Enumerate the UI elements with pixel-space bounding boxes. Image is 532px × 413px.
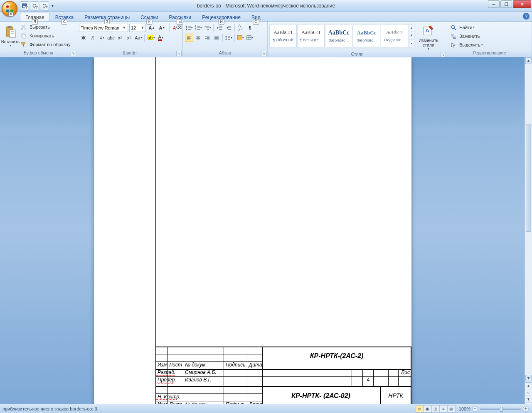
font-size-combo[interactable]: ▾	[129, 24, 146, 32]
bold-button[interactable]: Ж	[79, 34, 88, 42]
subscript-button[interactable]: x2	[116, 34, 124, 42]
maximize-button[interactable]: ❐	[500, 0, 512, 8]
view-outline[interactable]: ≡	[439, 405, 448, 413]
strikethrough-button[interactable]: abc	[107, 34, 115, 42]
tab-insert[interactable]: ВставкаС	[50, 13, 79, 21]
underline-button[interactable]: Ч▾	[98, 34, 106, 42]
tab-home[interactable]: ГлавнаяЯ	[20, 13, 50, 21]
svg-line-65	[454, 28, 456, 30]
window-title: borders-oo - Microsoft Word некоммерческ…	[197, 3, 335, 9]
italic-button[interactable]: К	[89, 34, 97, 42]
view-draft[interactable]: ▤	[447, 405, 456, 413]
prev-page-button[interactable]: ▲	[525, 383, 532, 389]
zoom-slider-knob[interactable]	[500, 407, 503, 412]
tab-page-layout[interactable]: Разметка страницыЗ	[79, 13, 135, 21]
status-text: приблизительное число знаков borders-oo:…	[0, 406, 416, 411]
help-button[interactable]: ?	[523, 13, 530, 20]
svg-text:ac: ac	[453, 36, 456, 39]
svg-point-0	[6, 5, 9, 8]
styles-launcher[interactable]: ↘	[441, 52, 446, 57]
group-paragraph: ▾ 123▾ ▾ AZ↓ ¶ ▾ ▾ ▾ Абз	[183, 22, 268, 57]
paragraph-launcher[interactable]: ↘	[261, 51, 266, 56]
document-area[interactable]: Изм. Лист № докум. Подпись Дата Разраб. …	[0, 57, 532, 404]
align-left-button[interactable]	[185, 34, 193, 42]
borders-button[interactable]: ▾	[246, 34, 254, 42]
qat-customize[interactable]: ▾	[50, 1, 55, 10]
minimize-button[interactable]: ─	[488, 0, 500, 8]
select-button[interactable]	[449, 41, 458, 49]
style-subtitle[interactable]: AaBbCcПодзагол...	[381, 24, 408, 47]
svg-point-64	[451, 25, 455, 29]
justify-button[interactable]	[212, 34, 221, 42]
copy-button[interactable]	[20, 32, 28, 40]
style-no-spacing[interactable]: AaBbCcI¶ Без инте...	[297, 24, 325, 47]
group-editing: Найти▾ abacЗаменить Выделить▾ Редактиров…	[447, 22, 532, 57]
align-right-button[interactable]	[203, 34, 212, 42]
select-browse-object[interactable]: ○	[525, 389, 532, 396]
svg-point-21	[186, 29, 187, 30]
style-heading2[interactable]: AaBbCcЗаголово...	[353, 24, 380, 47]
multilevel-button[interactable]: ▾	[203, 24, 212, 32]
font-launcher[interactable]: ↘	[176, 51, 182, 56]
clear-formatting-button[interactable]: A⌫	[172, 24, 183, 32]
bullets-button[interactable]: ▾	[185, 24, 193, 32]
svg-point-19	[186, 27, 187, 28]
shrink-font-button[interactable]: A▼	[158, 24, 166, 32]
tab-references[interactable]: СсылкиК	[135, 13, 163, 21]
style-heading1[interactable]: AaBbCcЗаголово...	[325, 24, 352, 47]
qat-redo[interactable]: 3	[40, 1, 49, 10]
font-name-combo[interactable]: ▾	[79, 24, 128, 32]
clipboard-launcher[interactable]: ↘	[71, 51, 76, 56]
tab-review[interactable]: РецензированиеИ	[197, 13, 246, 21]
next-page-button[interactable]: ▼	[525, 396, 532, 403]
cut-button[interactable]	[20, 23, 28, 31]
scrollbar-thumb[interactable]	[526, 124, 531, 232]
align-center-button[interactable]	[194, 34, 202, 42]
view-print-layout[interactable]: ▭	[416, 405, 424, 413]
numbering-button[interactable]: 123▾	[194, 24, 202, 32]
highlight-button[interactable]: ab▾	[146, 34, 155, 42]
zoom-slider[interactable]	[480, 408, 521, 410]
svg-text:A: A	[425, 27, 429, 34]
svg-rect-7	[8, 26, 11, 28]
office-button[interactable]: Ф	[2, 1, 17, 17]
scroll-up-button[interactable]: ▲	[525, 57, 532, 64]
style-gallery-more[interactable]: ▲▼▾	[409, 24, 414, 47]
scroll-down-button[interactable]: ▼	[525, 375, 532, 381]
change-styles-button[interactable]: A Изменить стили ▼	[417, 24, 440, 51]
change-case-button[interactable]: Aa▾	[134, 34, 143, 42]
format-painter-button[interactable]	[20, 40, 28, 49]
grow-font-button[interactable]: A▲	[148, 24, 156, 32]
zoom-out-button[interactable]: −	[472, 406, 478, 412]
svg-rect-16	[23, 44, 24, 47]
zoom-controls: 100% − +	[459, 406, 529, 412]
close-button[interactable]: ✕	[513, 0, 531, 8]
zoom-label[interactable]: 100%	[459, 406, 470, 411]
qat-undo[interactable]: 2	[30, 1, 39, 10]
tab-view[interactable]: ВидО	[246, 13, 266, 21]
status-bar: приблизительное число знаков borders-oo:…	[0, 404, 532, 413]
sort-button[interactable]: AZ↓	[236, 24, 245, 32]
font-color-button[interactable]: A▾	[156, 34, 165, 42]
replace-button[interactable]: abac	[449, 32, 458, 40]
increase-indent-button[interactable]	[224, 24, 233, 32]
qat-save[interactable]: 1	[20, 1, 29, 10]
browse-object-controls: ▲ ○ ▼	[525, 382, 532, 404]
find-button[interactable]	[449, 23, 458, 32]
tab-mailings[interactable]: РассылкиЫ	[163, 13, 197, 21]
show-marks-button[interactable]: ¶	[246, 24, 254, 32]
superscript-button[interactable]: x2	[125, 34, 133, 42]
svg-point-17	[186, 25, 187, 26]
view-web[interactable]: ◫	[431, 405, 440, 413]
decrease-indent-button[interactable]	[215, 24, 224, 32]
document-page[interactable]: Изм. Лист № докум. Подпись Дата Разраб. …	[94, 57, 411, 404]
paste-button[interactable]: Вставить ▼	[2, 22, 19, 49]
line-spacing-button[interactable]: ▾	[224, 34, 233, 42]
zoom-in-button[interactable]: +	[523, 406, 529, 412]
vertical-scrollbar[interactable]: ▲ ▼ ▲ ○ ▼	[525, 57, 532, 404]
style-normal[interactable]: AaBbCcI¶ Обычный	[269, 24, 297, 47]
view-full-screen[interactable]: ▣	[424, 405, 432, 413]
title-bar: Ф 1 2 3 ▾ borders-oo - Microsoft Word не…	[0, 0, 532, 12]
shading-button[interactable]: ▾	[236, 34, 245, 42]
group-clipboard: Вставить ▼ Вырезать Копировать Формат по…	[0, 22, 77, 57]
